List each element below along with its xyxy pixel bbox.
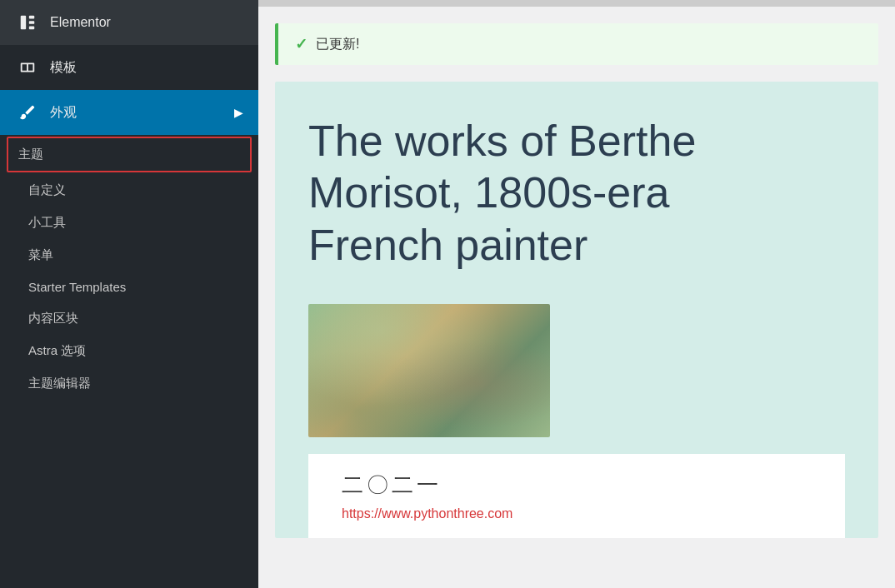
starter-templates-label: Starter Templates — [28, 280, 126, 294]
sidebar-subitem-themes[interactable]: 主题 — [7, 137, 252, 172]
themes-label: 主题 — [18, 147, 43, 162]
sidebar-subitem-customize[interactable]: 自定义 — [0, 174, 258, 207]
elementor-icon — [15, 10, 40, 35]
templates-label: 模板 — [50, 59, 77, 77]
success-banner: ✓ 已更新! — [275, 23, 878, 65]
svg-rect-1 — [29, 16, 34, 19]
preview-painting — [308, 304, 550, 437]
bottom-section: 二〇二一 https://www.pythonthree.com — [308, 454, 845, 538]
sidebar-item-appearance[interactable]: 外观 ▶ — [0, 90, 258, 135]
success-message: 已更新! — [316, 36, 359, 53]
date-text: 二〇二一 — [308, 471, 845, 500]
site-link[interactable]: https://www.pythonthree.com — [308, 500, 845, 538]
sidebar-subitem-menus[interactable]: 菜单 — [0, 239, 258, 272]
content-blocks-label: 内容区块 — [28, 311, 78, 326]
sidebar-item-elementor[interactable]: Elementor — [0, 0, 258, 45]
preview-card: The works of Berthe Morisot, 1800s-era F… — [275, 82, 878, 538]
widgets-label: 小工具 — [28, 215, 66, 231]
sidebar-subitem-widgets[interactable]: 小工具 — [0, 207, 258, 239]
customize-label: 自定义 — [28, 182, 66, 198]
svg-rect-0 — [21, 16, 26, 30]
sidebar-subitem-content-blocks[interactable]: 内容区块 — [0, 302, 258, 335]
preview-title: The works of Berthe Morisot, 1800s-era F… — [308, 115, 792, 271]
astra-options-label: Astra 选项 — [28, 343, 86, 359]
sidebar-subitem-starter-templates[interactable]: Starter Templates — [0, 272, 258, 302]
content-area: ✓ 已更新! The works of Berthe Morisot, 1800… — [258, 7, 895, 588]
top-bar — [258, 0, 895, 7]
check-icon: ✓ — [295, 35, 308, 53]
elementor-label: Elementor — [50, 15, 111, 30]
sidebar-subitem-theme-editor[interactable]: 主题编辑器 — [0, 367, 258, 400]
theme-editor-label: 主题编辑器 — [28, 376, 91, 391]
svg-rect-2 — [29, 21, 34, 24]
painting-texture — [308, 304, 550, 437]
appearance-submenu: 主题 自定义 小工具 菜单 Starter Templates 内容区块 Ast… — [0, 135, 258, 400]
main-content: ✓ 已更新! The works of Berthe Morisot, 1800… — [258, 0, 895, 588]
appearance-label: 外观 — [50, 104, 77, 122]
menus-label: 菜单 — [28, 247, 53, 263]
arrow-icon: ▶ — [234, 106, 243, 119]
svg-rect-3 — [29, 27, 34, 30]
sidebar-subitem-astra-options[interactable]: Astra 选项 — [0, 335, 258, 367]
sidebar: Elementor 模板 外观 ▶ 主题 自定义 小工具 — [0, 0, 258, 588]
template-icon — [15, 55, 40, 80]
paintbrush-icon — [15, 100, 40, 125]
sidebar-item-templates[interactable]: 模板 — [0, 45, 258, 90]
